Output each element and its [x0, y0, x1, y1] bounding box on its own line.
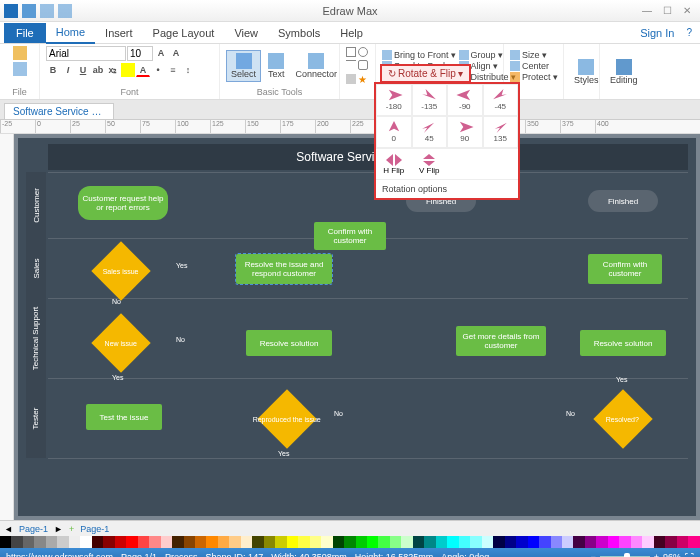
shape-resolve-solution-2[interactable]: Resolve solution	[580, 330, 666, 356]
palette-swatch[interactable]	[149, 536, 160, 548]
palette-swatch[interactable]	[390, 536, 401, 548]
subscript-button[interactable]: x₂	[106, 63, 120, 77]
shape-square-icon[interactable]	[346, 47, 356, 57]
palette-swatch[interactable]	[493, 536, 504, 548]
palette-swatch[interactable]	[241, 536, 252, 548]
palette-swatch[interactable]	[528, 536, 539, 548]
palette-swatch[interactable]	[459, 536, 470, 548]
palette-swatch[interactable]	[505, 536, 516, 548]
rotate-135[interactable]: 135	[483, 116, 519, 148]
font-name-select[interactable]	[46, 46, 126, 61]
shape-star-icon[interactable]: ★	[358, 74, 368, 84]
tab-home[interactable]: Home	[46, 22, 95, 44]
tab-page-layout[interactable]: Page Layout	[143, 23, 225, 43]
highlight-button[interactable]	[121, 63, 135, 77]
rotate-90[interactable]: 90	[447, 116, 483, 148]
palette-swatch[interactable]	[11, 536, 22, 548]
minimize-button[interactable]: —	[638, 4, 656, 18]
shape-resolved[interactable]: Resolved?	[593, 389, 652, 448]
decrease-font-icon[interactable]: A	[169, 46, 183, 60]
rotate-45[interactable]: 45	[412, 116, 448, 148]
rotate-neg135[interactable]: -135	[412, 84, 448, 116]
palette-swatch[interactable]	[252, 536, 263, 548]
zoom-in-icon[interactable]: +	[654, 552, 659, 557]
close-tab-icon[interactable]: ×	[111, 106, 114, 117]
help-icon[interactable]: ?	[682, 27, 696, 38]
maximize-button[interactable]: ☐	[658, 4, 676, 18]
palette-swatch[interactable]	[264, 536, 275, 548]
palette-swatch[interactable]	[378, 536, 389, 548]
palette-swatch[interactable]	[23, 536, 34, 548]
protect-button[interactable]: Protect▾	[510, 72, 558, 82]
palette-swatch[interactable]	[69, 536, 80, 548]
tab-insert[interactable]: Insert	[95, 23, 143, 43]
rotate-0[interactable]: 0	[376, 116, 412, 148]
align-button[interactable]: ≡	[166, 63, 180, 77]
palette-swatch[interactable]	[688, 536, 699, 548]
font-size-select[interactable]	[127, 46, 153, 61]
palette-swatch[interactable]	[172, 536, 183, 548]
palette-swatch[interactable]	[103, 536, 114, 548]
palette-swatch[interactable]	[161, 536, 172, 548]
palette-swatch[interactable]	[275, 536, 286, 548]
page-nav-prev[interactable]: ◄	[4, 524, 13, 534]
shape-circle-icon[interactable]	[358, 47, 368, 57]
zoom-control[interactable]: − + 96% ⛶	[590, 552, 694, 557]
text-tool[interactable]: Text	[264, 51, 289, 81]
palette-swatch[interactable]	[206, 536, 217, 548]
palette-swatch[interactable]	[218, 536, 229, 548]
palette-swatch[interactable]	[631, 536, 642, 548]
palette-swatch[interactable]	[184, 536, 195, 548]
fit-page-icon[interactable]: ⛶	[685, 552, 694, 557]
palette-swatch[interactable]	[642, 536, 653, 548]
palette-swatch[interactable]	[677, 536, 688, 548]
palette-swatch[interactable]	[229, 536, 240, 548]
page-nav-next[interactable]: ►	[54, 524, 63, 534]
shape-resolve-solution-1[interactable]: Resolve solution	[246, 330, 332, 356]
zoom-out-icon[interactable]: −	[590, 552, 595, 557]
palette-swatch[interactable]	[92, 536, 103, 548]
palette-swatch[interactable]	[195, 536, 206, 548]
palette-swatch[interactable]	[619, 536, 630, 548]
palette-swatch[interactable]	[562, 536, 573, 548]
palette-swatch[interactable]	[608, 536, 619, 548]
tab-view[interactable]: View	[224, 23, 268, 43]
shape-rrect-icon[interactable]	[358, 60, 368, 70]
page-tab-1[interactable]: Page-1	[19, 524, 48, 534]
rotate-neg45[interactable]: -45	[483, 84, 519, 116]
palette-swatch[interactable]	[401, 536, 412, 548]
bring-to-front-button[interactable]: Bring to Front▾	[382, 50, 456, 60]
palette-swatch[interactable]	[126, 536, 137, 548]
redo-icon[interactable]	[58, 4, 72, 18]
palette-swatch[interactable]	[321, 536, 332, 548]
shape-confirm-2[interactable]: Confirm with customer	[588, 254, 662, 284]
shape-more-details[interactable]: Get more details from customer	[456, 326, 546, 356]
close-button[interactable]: ✕	[678, 4, 696, 18]
select-tool[interactable]: Select	[226, 50, 261, 82]
strike-button[interactable]: ab	[91, 63, 105, 77]
palette-swatch[interactable]	[57, 536, 68, 548]
shape-finished-2[interactable]: Finished	[588, 190, 658, 212]
palette-swatch[interactable]	[80, 536, 91, 548]
h-flip-button[interactable]: H Flip	[376, 149, 412, 179]
spacing-button[interactable]: ↕	[181, 63, 195, 77]
font-color-button[interactable]: A	[136, 63, 150, 77]
shape-resolve-respond[interactable]: Resolve the issue and respond customer	[236, 254, 332, 284]
palette-swatch[interactable]	[298, 536, 309, 548]
palette-swatch[interactable]	[436, 536, 447, 548]
shape-sales-issue[interactable]: Sales issue	[91, 241, 150, 300]
palette-swatch[interactable]	[34, 536, 45, 548]
paste-icon[interactable]	[13, 46, 27, 60]
palette-swatch[interactable]	[333, 536, 344, 548]
rotation-options-button[interactable]: Rotation options	[376, 179, 518, 198]
palette-swatch[interactable]	[573, 536, 584, 548]
add-page-button[interactable]: +	[69, 524, 74, 534]
palette-swatch[interactable]	[470, 536, 481, 548]
shape-customer-request[interactable]: Customer request help or report errors	[78, 186, 168, 220]
tab-symbols[interactable]: Symbols	[268, 23, 330, 43]
color-palette[interactable]	[0, 536, 700, 548]
editing-button[interactable]: Editing	[606, 57, 642, 87]
bullets-button[interactable]: •	[151, 63, 165, 77]
palette-swatch[interactable]	[287, 536, 298, 548]
shape-test-issue[interactable]: Test the issue	[86, 404, 162, 430]
